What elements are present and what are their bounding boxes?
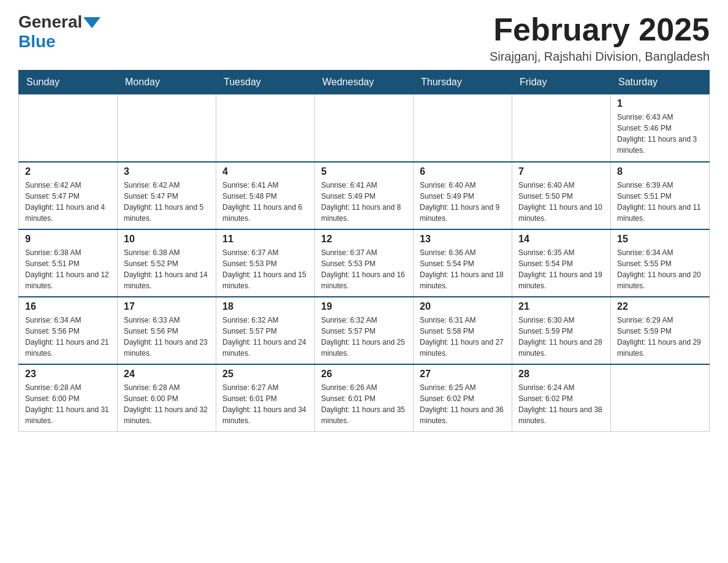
calendar-table: Sunday Monday Tuesday Wednesday Thursday… <box>18 70 710 432</box>
day-info: Sunrise: 6:28 AMSunset: 6:00 PMDaylight:… <box>25 382 111 426</box>
day-number: 16 <box>25 301 111 312</box>
calendar-cell: 16Sunrise: 6:34 AMSunset: 5:56 PMDayligh… <box>19 297 118 364</box>
col-wednesday: Wednesday <box>315 71 414 94</box>
calendar-header-row: Sunday Monday Tuesday Wednesday Thursday… <box>19 71 710 94</box>
day-info: Sunrise: 6:34 AMSunset: 5:55 PMDaylight:… <box>617 247 703 291</box>
day-number: 15 <box>617 234 703 245</box>
calendar-cell: 3Sunrise: 6:42 AMSunset: 5:47 PMDaylight… <box>118 162 216 229</box>
page-header: General Blue February 2025 Sirajganj, Ra… <box>18 12 710 64</box>
day-number: 26 <box>321 369 407 380</box>
calendar-cell: 27Sunrise: 6:25 AMSunset: 6:02 PMDayligh… <box>414 364 512 432</box>
calendar-cell <box>19 94 118 162</box>
day-info: Sunrise: 6:42 AMSunset: 5:47 PMDaylight:… <box>124 180 210 224</box>
day-info: Sunrise: 6:25 AMSunset: 6:02 PMDaylight:… <box>420 382 506 426</box>
day-number: 27 <box>420 369 506 380</box>
day-info: Sunrise: 6:32 AMSunset: 5:57 PMDaylight:… <box>321 315 407 359</box>
day-number: 18 <box>222 301 308 312</box>
col-tuesday: Tuesday <box>216 71 315 94</box>
logo-text-general: General <box>18 12 82 32</box>
calendar-week-row: 9Sunrise: 6:38 AMSunset: 5:51 PMDaylight… <box>19 229 710 297</box>
day-number: 9 <box>25 234 111 245</box>
day-info: Sunrise: 6:37 AMSunset: 5:53 PMDaylight:… <box>222 247 308 291</box>
calendar-body: 1Sunrise: 6:43 AMSunset: 5:46 PMDaylight… <box>19 94 710 432</box>
day-info: Sunrise: 6:31 AMSunset: 5:58 PMDaylight:… <box>420 315 506 359</box>
calendar-cell: 20Sunrise: 6:31 AMSunset: 5:58 PMDayligh… <box>414 297 512 364</box>
logo: General Blue <box>18 12 100 52</box>
calendar-cell: 7Sunrise: 6:40 AMSunset: 5:50 PMDaylight… <box>512 162 611 229</box>
calendar-cell: 1Sunrise: 6:43 AMSunset: 5:46 PMDaylight… <box>611 94 710 162</box>
calendar-cell: 15Sunrise: 6:34 AMSunset: 5:55 PMDayligh… <box>611 229 710 297</box>
day-number: 22 <box>617 301 703 312</box>
day-info: Sunrise: 6:41 AMSunset: 5:49 PMDaylight:… <box>321 180 407 224</box>
calendar-cell <box>118 94 216 162</box>
day-number: 24 <box>124 369 210 380</box>
calendar-cell: 13Sunrise: 6:36 AMSunset: 5:54 PMDayligh… <box>414 229 512 297</box>
day-info: Sunrise: 6:37 AMSunset: 5:53 PMDaylight:… <box>321 247 407 291</box>
title-area: February 2025 Sirajganj, Rajshahi Divisi… <box>490 12 710 64</box>
calendar-cell: 17Sunrise: 6:33 AMSunset: 5:56 PMDayligh… <box>118 297 216 364</box>
day-info: Sunrise: 6:33 AMSunset: 5:56 PMDaylight:… <box>124 315 210 359</box>
day-number: 4 <box>222 166 308 177</box>
day-number: 20 <box>420 301 506 312</box>
calendar-week-row: 23Sunrise: 6:28 AMSunset: 6:00 PMDayligh… <box>19 364 710 432</box>
day-number: 6 <box>420 166 506 177</box>
calendar-cell: 21Sunrise: 6:30 AMSunset: 5:59 PMDayligh… <box>512 297 611 364</box>
day-info: Sunrise: 6:40 AMSunset: 5:50 PMDaylight:… <box>518 180 604 224</box>
calendar-cell: 9Sunrise: 6:38 AMSunset: 5:51 PMDaylight… <box>19 229 118 297</box>
day-number: 28 <box>518 369 604 380</box>
calendar-cell: 6Sunrise: 6:40 AMSunset: 5:49 PMDaylight… <box>414 162 512 229</box>
calendar-cell: 28Sunrise: 6:24 AMSunset: 6:02 PMDayligh… <box>512 364 611 432</box>
col-thursday: Thursday <box>414 71 512 94</box>
day-info: Sunrise: 6:29 AMSunset: 5:59 PMDaylight:… <box>617 315 703 359</box>
col-saturday: Saturday <box>611 71 710 94</box>
day-number: 11 <box>222 234 308 245</box>
day-number: 2 <box>25 166 111 177</box>
day-info: Sunrise: 6:40 AMSunset: 5:49 PMDaylight:… <box>420 180 506 224</box>
day-number: 5 <box>321 166 407 177</box>
day-info: Sunrise: 6:35 AMSunset: 5:54 PMDaylight:… <box>518 247 604 291</box>
calendar-cell: 2Sunrise: 6:42 AMSunset: 5:47 PMDaylight… <box>19 162 118 229</box>
day-number: 13 <box>420 234 506 245</box>
day-number: 23 <box>25 369 111 380</box>
day-info: Sunrise: 6:27 AMSunset: 6:01 PMDaylight:… <box>222 382 308 426</box>
calendar-cell: 25Sunrise: 6:27 AMSunset: 6:01 PMDayligh… <box>216 364 315 432</box>
calendar-cell <box>512 94 611 162</box>
calendar-cell: 18Sunrise: 6:32 AMSunset: 5:57 PMDayligh… <box>216 297 315 364</box>
calendar-cell: 19Sunrise: 6:32 AMSunset: 5:57 PMDayligh… <box>315 297 414 364</box>
day-number: 8 <box>617 166 703 177</box>
day-info: Sunrise: 6:34 AMSunset: 5:56 PMDaylight:… <box>25 315 111 359</box>
day-number: 3 <box>124 166 210 177</box>
day-number: 17 <box>124 301 210 312</box>
day-info: Sunrise: 6:36 AMSunset: 5:54 PMDaylight:… <box>420 247 506 291</box>
day-number: 21 <box>518 301 604 312</box>
logo-text-blue: Blue <box>18 32 56 51</box>
calendar-cell: 4Sunrise: 6:41 AMSunset: 5:48 PMDaylight… <box>216 162 315 229</box>
calendar-cell <box>315 94 414 162</box>
calendar-week-row: 1Sunrise: 6:43 AMSunset: 5:46 PMDaylight… <box>19 94 710 162</box>
calendar-cell: 26Sunrise: 6:26 AMSunset: 6:01 PMDayligh… <box>315 364 414 432</box>
day-number: 1 <box>617 98 703 109</box>
calendar-cell: 11Sunrise: 6:37 AMSunset: 5:53 PMDayligh… <box>216 229 315 297</box>
calendar-cell <box>216 94 315 162</box>
month-title: February 2025 <box>490 12 710 47</box>
day-info: Sunrise: 6:24 AMSunset: 6:02 PMDaylight:… <box>518 382 604 426</box>
day-number: 12 <box>321 234 407 245</box>
calendar-cell: 24Sunrise: 6:28 AMSunset: 6:00 PMDayligh… <box>118 364 216 432</box>
day-info: Sunrise: 6:43 AMSunset: 5:46 PMDaylight:… <box>617 112 703 156</box>
day-info: Sunrise: 6:41 AMSunset: 5:48 PMDaylight:… <box>222 180 308 224</box>
calendar-cell: 14Sunrise: 6:35 AMSunset: 5:54 PMDayligh… <box>512 229 611 297</box>
col-monday: Monday <box>118 71 216 94</box>
calendar-cell: 12Sunrise: 6:37 AMSunset: 5:53 PMDayligh… <box>315 229 414 297</box>
calendar-cell: 5Sunrise: 6:41 AMSunset: 5:49 PMDaylight… <box>315 162 414 229</box>
day-info: Sunrise: 6:32 AMSunset: 5:57 PMDaylight:… <box>222 315 308 359</box>
day-info: Sunrise: 6:39 AMSunset: 5:51 PMDaylight:… <box>617 180 703 224</box>
logo-triangle-icon <box>83 17 100 28</box>
calendar-cell: 22Sunrise: 6:29 AMSunset: 5:59 PMDayligh… <box>611 297 710 364</box>
calendar-week-row: 2Sunrise: 6:42 AMSunset: 5:47 PMDaylight… <box>19 162 710 229</box>
calendar-cell <box>611 364 710 432</box>
col-friday: Friday <box>512 71 611 94</box>
day-info: Sunrise: 6:28 AMSunset: 6:00 PMDaylight:… <box>124 382 210 426</box>
calendar-week-row: 16Sunrise: 6:34 AMSunset: 5:56 PMDayligh… <box>19 297 710 364</box>
location-title: Sirajganj, Rajshahi Division, Bangladesh <box>490 50 710 64</box>
col-sunday: Sunday <box>19 71 118 94</box>
